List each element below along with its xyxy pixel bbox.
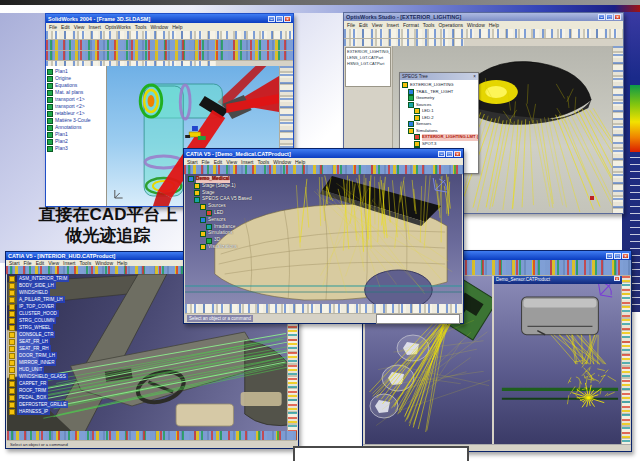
- menu-item[interactable]: Help: [489, 22, 499, 28]
- menu-item[interactable]: Tools: [80, 260, 92, 266]
- menu-item[interactable]: Tools: [135, 24, 147, 30]
- menu-item[interactable]: Window: [467, 22, 485, 28]
- menu-item[interactable]: View: [74, 24, 85, 30]
- tree-item[interactable]: LED: [206, 210, 252, 217]
- tree-item[interactable]: WINDSHIELD_GLASS: [9, 373, 69, 380]
- subwindow-titlebar[interactable]: Demo_Sensor.CATProduct ×: [494, 276, 622, 284]
- tree-item[interactable]: transport <2>: [47, 103, 105, 110]
- menu-item[interactable]: View: [372, 22, 383, 28]
- maximize-button[interactable]: □: [614, 253, 621, 259]
- tree-item[interactable]: Sensors: [200, 217, 252, 224]
- menu-item[interactable]: Window: [273, 159, 291, 165]
- tree-item[interactable]: HUD_UNIT: [9, 366, 69, 373]
- tree-item[interactable]: retableur <1>: [47, 110, 105, 117]
- menu-bar[interactable]: StartFileEditViewInsertToolsWindowHelp: [184, 158, 463, 165]
- menu-item[interactable]: Edit: [36, 260, 45, 266]
- tree-item[interactable]: CARPET_FR: [9, 380, 69, 387]
- menu-item[interactable]: File: [347, 22, 355, 28]
- tree-item[interactable]: HSNG_LGT.CATPart: [347, 61, 389, 67]
- tree-item[interactable]: BODY_SIDE_LH: [9, 282, 69, 289]
- minimize-button[interactable]: –: [606, 253, 613, 259]
- toolbar-view[interactable]: [46, 51, 293, 61]
- tree-item[interactable]: Sources: [200, 203, 252, 210]
- tree-item[interactable]: Plan1: [47, 131, 105, 138]
- tree-item[interactable]: Equations: [47, 82, 105, 89]
- spec-tree[interactable]: ASM_INTERIOR_TRIMBODY_SIDE_LHWINDSHIELDA…: [9, 275, 69, 415]
- feature-tree[interactable]: Plan1OrigineEquationsMat. al planstransp…: [46, 66, 107, 206]
- right-toolbar[interactable]: [612, 46, 623, 213]
- menu-item[interactable]: Operations: [438, 22, 462, 28]
- close-button[interactable]: ×: [284, 16, 291, 22]
- maximize-button[interactable]: □: [446, 151, 453, 157]
- tree-item[interactable]: STRG_WHEEL: [9, 324, 69, 331]
- menu-item[interactable]: Start: [9, 260, 20, 266]
- menu-item[interactable]: OptisWorks: [105, 24, 131, 30]
- tree-item[interactable]: Demo_Medical: [188, 176, 252, 183]
- menu-item[interactable]: Format: [403, 22, 419, 28]
- tree-item[interactable]: transport <1>: [47, 96, 105, 103]
- tree-item[interactable]: WINDSHIELD: [9, 289, 69, 296]
- viewport-car-rays[interactable]: Demo_MedicalStage (Stage.1)StageSPEOS CA…: [185, 174, 462, 305]
- tree-item[interactable]: 3D: [206, 237, 252, 244]
- tree-item[interactable]: Origine: [47, 75, 105, 82]
- minimize-button[interactable]: –: [438, 151, 445, 157]
- menu-item[interactable]: Tools: [423, 22, 435, 28]
- tree-item[interactable]: CONSOLE_CTR: [9, 331, 69, 338]
- menu-item[interactable]: Help: [295, 159, 305, 165]
- right-toolbar[interactable]: [621, 276, 630, 445]
- menu-item[interactable]: Insert: [241, 159, 254, 165]
- minimize-button[interactable]: –: [268, 16, 275, 22]
- toolbar-main[interactable]: [344, 29, 623, 39]
- tree-item[interactable]: SEAT_FR_LH: [9, 338, 69, 345]
- file-tree[interactable]: EXTERIOR_LIGHTING_rev5LENS_LGT.CATPartHS…: [345, 47, 391, 87]
- menu-bar[interactable]: FileEditViewInsertFormatToolsOperationsW…: [344, 21, 623, 29]
- tree-item[interactable]: Simulations: [200, 230, 252, 237]
- menu-item[interactable]: Insert: [63, 260, 76, 266]
- titlebar[interactable]: SolidWorks 2004 - [Frame 3D.SLDASM] –□×: [46, 14, 293, 23]
- empty-text-box[interactable]: [293, 446, 469, 461]
- tree-item[interactable]: CLUSTER_HOOD: [9, 310, 69, 317]
- tree-item[interactable]: Annotations: [47, 124, 105, 131]
- menu-item[interactable]: Edit: [359, 22, 368, 28]
- menu-item[interactable]: Tools: [258, 159, 270, 165]
- menu-item[interactable]: Insert: [386, 22, 399, 28]
- tree-item[interactable]: MIRROR_INNER: [9, 359, 69, 366]
- menu-item[interactable]: Insert: [88, 24, 101, 30]
- tree-item[interactable]: DOOR_TRIM_LH: [9, 352, 69, 359]
- menu-item[interactable]: File: [202, 159, 210, 165]
- menu-item[interactable]: File: [24, 260, 32, 266]
- tree-item[interactable]: ROOF_TRIM: [9, 387, 69, 394]
- toolbar-standard[interactable]: [46, 31, 293, 40]
- tree-item[interactable]: Matière 3-Coule: [47, 117, 105, 124]
- menu-item[interactable]: View: [226, 159, 237, 165]
- toolbar-bottom[interactable]: [185, 304, 462, 314]
- spec-tree[interactable]: Demo_MedicalStage (Stage.1)StageSPEOS CA…: [188, 176, 252, 251]
- tree-item[interactable]: HARNESS_IP: [9, 408, 69, 415]
- close-button[interactable]: ×: [614, 276, 620, 281]
- close-button[interactable]: ×: [622, 253, 629, 259]
- maximize-button[interactable]: □: [276, 16, 283, 22]
- palette-tree[interactable]: EXTERIOR_LIGHTINGTRAIL_TER_LIGHTGeometry…: [400, 80, 478, 156]
- toolbar-features[interactable]: [46, 40, 293, 51]
- tree-item[interactable]: IP_TOP_COVER: [9, 303, 69, 310]
- menu-item[interactable]: Window: [150, 24, 168, 30]
- tree-item[interactable]: A_PILLAR_TRIM_LH: [9, 296, 69, 303]
- menu-item[interactable]: Edit: [214, 159, 223, 165]
- palette-close-icon[interactable]: ×: [473, 73, 476, 80]
- close-button[interactable]: ×: [454, 151, 461, 157]
- menu-item[interactable]: Edit: [61, 24, 70, 30]
- tree-item[interactable]: Plan3: [47, 145, 105, 152]
- tree-item[interactable]: SEAT_FR_RH: [9, 345, 69, 352]
- tree-item[interactable]: STRG_COLUMN: [9, 317, 69, 324]
- menu-item[interactable]: File: [49, 24, 57, 30]
- tree-item[interactable]: Plan2: [47, 138, 105, 145]
- tree-item[interactable]: Plan1: [47, 68, 105, 75]
- tree-item[interactable]: Mat. al plans: [47, 89, 105, 96]
- menu-item[interactable]: Help: [172, 24, 182, 30]
- tree-item[interactable]: Stage (Stage.1): [194, 183, 252, 190]
- close-button[interactable]: ×: [614, 14, 621, 20]
- tree-item[interactable]: PEDAL_BOX: [9, 394, 69, 401]
- titlebar[interactable]: OptisWorks Studio - [EXTERIOR_LIGHTING] …: [344, 13, 623, 21]
- menu-item[interactable]: Window: [95, 260, 113, 266]
- viewport-sensor[interactable]: Demo_Sensor.CATProduct ×: [494, 276, 622, 445]
